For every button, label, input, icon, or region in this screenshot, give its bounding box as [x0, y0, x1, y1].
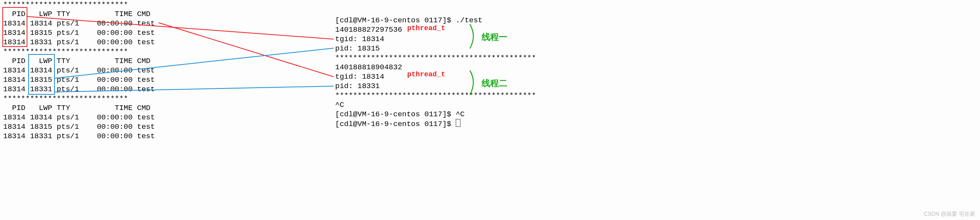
ps-row: 18314 18315 pts/1 00:00:00 test	[3, 123, 155, 131]
stars-line: ****************************************…	[335, 91, 536, 100]
stars-line: ****************************	[3, 0, 128, 9]
ps-row: 18314 18314 pts/1 00:00:00 test	[3, 19, 155, 28]
shell-prompt[interactable]: [cdl@VM-16-9-centos 0117]$ ^C	[335, 110, 465, 119]
pthread-id: 140188818904832	[335, 63, 402, 72]
ps-header: PID LWP TTY TIME CMD	[3, 104, 150, 112]
pthread-t-label: pthread_t	[407, 24, 445, 32]
ps-row: 18314 18315 pts/1 00:00:00 test	[3, 29, 155, 37]
tgid-line: tgid: 18314	[335, 72, 384, 81]
ps-row: 18314 18314 pts/1 00:00:00 test	[3, 113, 155, 122]
shell-prompt-text: [cdl@VM-16-9-centos 0117]$	[335, 120, 456, 128]
thread-two-label: 线程二	[482, 78, 507, 89]
thread-one-label: 线程一	[482, 31, 507, 43]
stars-line: ****************************************…	[335, 54, 536, 62]
pid-line: pid: 18315	[335, 44, 380, 53]
ps-row: 18314 18331 pts/1 00:00:00 test	[3, 132, 155, 141]
pthread-id: 140188827297536	[335, 25, 402, 34]
red-line-2	[159, 23, 334, 77]
shell-prompt[interactable]: [cdl@VM-16-9-centos 0117]$ ./test	[335, 16, 482, 25]
ps-header: PID LWP TTY TIME CMD	[3, 57, 150, 65]
stars-line: ****************************	[3, 94, 128, 103]
watermark: CSDN @就要 宅在家	[924, 211, 975, 218]
ps-row: 18314 18314 pts/1 00:00:00 test	[3, 66, 155, 75]
shell-prompt-line[interactable]: [cdl@VM-16-9-centos 0117]$	[335, 120, 460, 128]
ps-row: 18314 18331 pts/1 00:00:00 test	[3, 85, 155, 94]
ps-header: PID LWP TTY TIME CMD	[3, 10, 150, 18]
stars-line: ****************************	[3, 47, 128, 56]
cursor-icon	[456, 119, 460, 127]
ps-row: 18314 18315 pts/1 00:00:00 test	[3, 76, 155, 84]
tgid-line: tgid: 18314	[335, 35, 384, 43]
ctrl-c: ^C	[335, 101, 344, 109]
left-terminal: **************************** PID LWP TTY…	[3, 0, 155, 141]
pthread-t-label: pthread_t	[407, 70, 445, 78]
ps-row: 18314 18331 pts/1 00:00:00 test	[3, 38, 155, 47]
pid-line: pid: 18331	[335, 82, 380, 90]
